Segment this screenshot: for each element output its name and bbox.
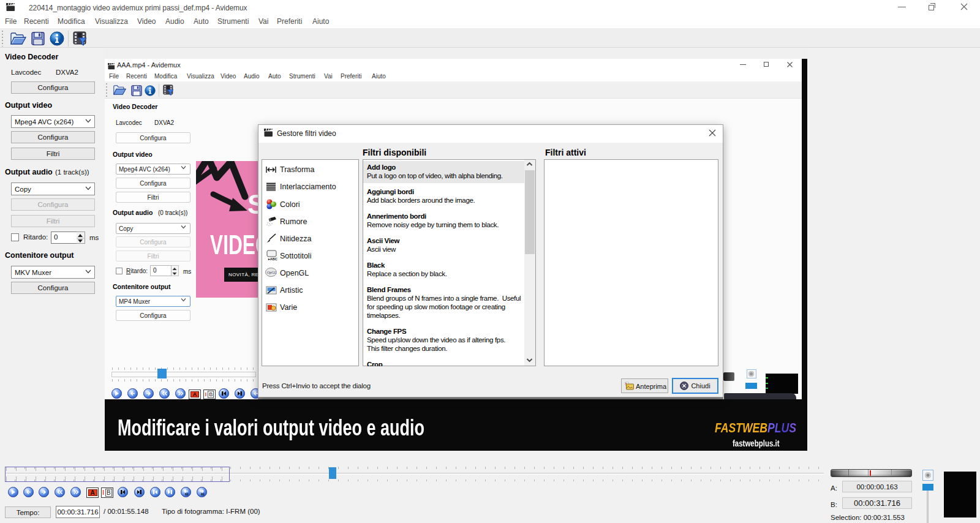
svg-text:60: 60 <box>201 492 205 496</box>
svg-text:▸ABC: ▸ABC <box>268 257 277 261</box>
svg-text:OpGL: OpGL <box>267 271 277 274</box>
svg-text:60: 60 <box>185 492 189 496</box>
